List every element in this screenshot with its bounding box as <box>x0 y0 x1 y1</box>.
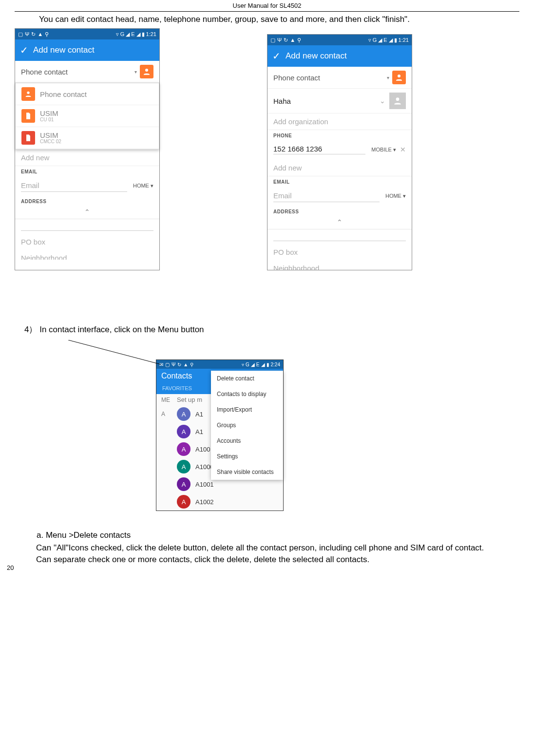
collapse-toggle[interactable]: ⌃ <box>15 205 159 219</box>
email-type-selector[interactable]: HOME ▾ <box>385 193 406 199</box>
gallery-icon: ▢ <box>270 37 275 43</box>
po-box-input[interactable]: PO box <box>267 244 412 260</box>
warning-icon: ▲ <box>38 31 43 37</box>
document-header: User Manual for SL4502 <box>15 0 519 12</box>
screenshot-contacts-menu: ✉ ▢ Ψ ↻ ▲ ⚲ ▿ G ◢ E ◢ ▮ 2:24 Contacts <box>156 359 284 511</box>
svg-point-1 <box>27 92 29 94</box>
account-selector-row[interactable]: Phone contact ▾ <box>267 67 412 89</box>
edge-label: E <box>383 37 387 43</box>
name-row[interactable]: Haha ⌄ <box>267 89 412 113</box>
usb-icon: Ψ <box>277 37 282 43</box>
contact-avatar: A <box>177 425 191 438</box>
dropdown-arrow-icon: ▾ <box>134 69 137 75</box>
address-input[interactable] <box>273 232 406 241</box>
page-number: 20 <box>7 564 14 571</box>
network-label: G <box>120 31 125 37</box>
address-input[interactable] <box>21 222 153 231</box>
po-box-input[interactable]: PO box <box>15 234 159 250</box>
warning-icon: ▲ <box>183 362 188 367</box>
sync-icon: ↻ <box>177 362 181 367</box>
usim2-sub: CMCC 02 <box>40 139 61 144</box>
remove-phone-icon[interactable]: ✕ <box>400 146 406 153</box>
battery-icon: ▮ <box>394 37 397 43</box>
phone-input[interactable]: 152 1668 1236 <box>273 145 365 154</box>
neighborhood-input[interactable]: Neighborhood <box>267 260 412 270</box>
edge-label: E <box>256 362 260 367</box>
warning-icon: ▲ <box>290 37 295 43</box>
menu-groups[interactable]: Groups <box>211 417 283 433</box>
email-row[interactable]: Email HOME ▾ <box>15 175 159 196</box>
contact-avatar: A <box>177 477 191 491</box>
email-row[interactable]: Email HOME ▾ <box>267 186 412 206</box>
email-section-label: EMAIL <box>267 176 412 186</box>
status-bar: ▢ Ψ ↻ ▲ ⚲ ▿ G ◢ E ◢ ▮ 1:21 <box>267 35 412 45</box>
screenshot-add-contact-filled: ▢ Ψ ↻ ▲ ⚲ ▿ G ◢ E ◢ ▮ 1:21 ✓ Add <box>267 34 412 270</box>
usim1-title: USIM <box>40 110 58 117</box>
menu-import-export[interactable]: Import/Export <box>211 402 283 417</box>
menu-delete-contact[interactable]: Delete contact <box>211 371 283 386</box>
phone-contact-icon <box>21 87 35 101</box>
add-new-phone[interactable]: Add new <box>267 160 412 176</box>
signal2-icon: ◢ <box>261 362 265 367</box>
contact-avatar-icon <box>392 71 406 84</box>
collapse-toggle[interactable]: ⌃ <box>267 215 412 229</box>
menu-share-visible[interactable]: Share visible contacts <box>211 464 283 480</box>
account-dropdown-panel: Phone contact USIM CU 01 <box>15 83 159 150</box>
signal-icon: ◢ <box>251 362 255 367</box>
finish-icon[interactable]: ✓ <box>20 44 28 56</box>
account-type-label: Phone contact <box>21 68 132 76</box>
phone-row[interactable]: 152 1668 1236 MOBILE ▾ ✕ <box>267 139 412 160</box>
clock-label: 2:24 <box>271 362 280 367</box>
contact-avatar: A <box>177 495 191 509</box>
edge-label: E <box>131 31 134 37</box>
network-label: G <box>373 37 377 43</box>
svg-point-3 <box>396 97 400 101</box>
contact-avatar: A <box>177 460 191 473</box>
dropdown-phone-label: Phone contact <box>40 91 87 98</box>
neighborhood-input[interactable]: Neighborhood <box>15 250 159 260</box>
battery-icon: ▮ <box>267 362 269 367</box>
contact-row[interactable]: AA1002 <box>156 493 283 510</box>
expand-name-icon[interactable]: ⌄ <box>380 97 385 105</box>
callout-arrow <box>15 340 519 359</box>
contact-name: A1 <box>195 428 203 435</box>
email-type-selector[interactable]: HOME ▾ <box>133 183 153 189</box>
clock-label: 1:21 <box>146 31 156 37</box>
finish-icon[interactable]: ✓ <box>272 50 281 62</box>
wifi-icon: ▿ <box>368 37 371 43</box>
dropdown-phone-contact[interactable]: Phone contact <box>16 83 159 105</box>
debug-icon: ⚲ <box>190 362 193 367</box>
menu-contacts-to-display[interactable]: Contacts to display <box>211 386 283 402</box>
account-selector-row[interactable]: Phone contact ▾ <box>15 61 159 83</box>
photo-placeholder-icon[interactable] <box>389 93 406 109</box>
debug-icon: ⚲ <box>45 31 49 38</box>
status-bar: ✉ ▢ Ψ ↻ ▲ ⚲ ▿ G ◢ E ◢ ▮ 2:24 <box>156 360 283 369</box>
app-bar: ✓ Add new contact <box>267 45 412 67</box>
email-input[interactable]: Email <box>21 179 127 192</box>
dropdown-usim2[interactable]: USIM CMCC 02 <box>16 127 159 149</box>
dropdown-usim1[interactable]: USIM CU 01 <box>16 105 159 127</box>
organization-input[interactable]: Add organization <box>267 113 412 130</box>
contact-name: A1 <box>195 411 203 418</box>
account-type-label: Phone contact <box>273 74 384 82</box>
signal2-icon: ◢ <box>136 31 140 38</box>
email-input[interactable]: Email <box>273 189 380 202</box>
phone-section-label: PHONE <box>267 130 412 139</box>
overflow-menu: Delete contact Contacts to display Impor… <box>211 371 283 480</box>
app-bar-title: Add new contact <box>33 45 95 55</box>
usb-icon: Ψ <box>25 31 29 37</box>
me-setup-label: Set up m <box>177 396 202 403</box>
menu-accounts[interactable]: Accounts <box>211 433 283 449</box>
paragraph-delete-all: Can "All"Icons checked, click the delete… <box>15 543 519 553</box>
usb-icon: Ψ <box>172 362 175 367</box>
subheading-a: a. Menu >Delete contacts <box>15 530 519 540</box>
signal-icon: ◢ <box>126 31 130 38</box>
add-new-field[interactable]: Add new <box>15 150 159 166</box>
menu-settings[interactable]: Settings <box>211 449 283 464</box>
svg-point-2 <box>398 75 400 77</box>
usim2-title: USIM <box>40 132 61 139</box>
name-input[interactable]: Haha <box>273 97 377 105</box>
phone-type-selector[interactable]: MOBILE ▾ <box>371 147 396 153</box>
gallery-icon: ▢ <box>18 31 23 38</box>
sync-icon: ↻ <box>284 37 288 43</box>
